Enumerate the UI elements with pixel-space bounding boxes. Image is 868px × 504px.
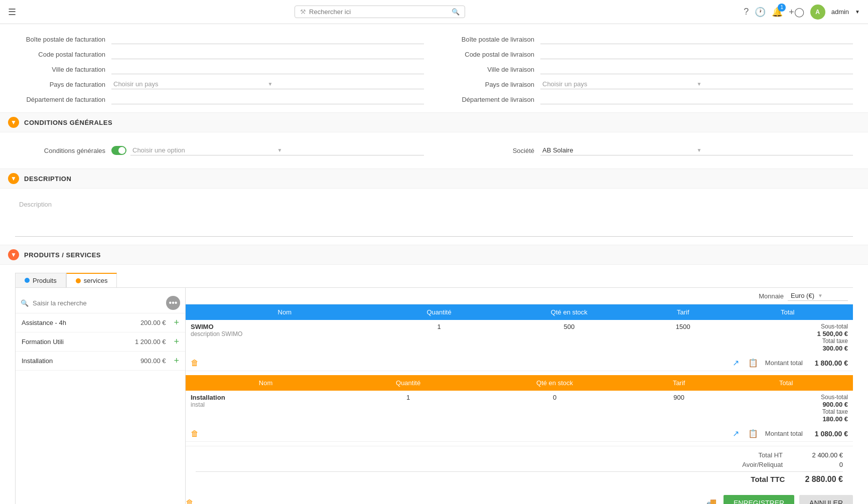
delivery-departement-input[interactable] xyxy=(540,94,853,104)
list-item: Formation Utili 1 200.00 € + xyxy=(16,332,185,352)
tab-services[interactable]: services xyxy=(66,273,117,287)
delivery-boite-postale-input[interactable] xyxy=(540,34,853,44)
tab-produits[interactable]: Produits xyxy=(15,273,66,287)
societe-group: Société AB Solaire ▼ xyxy=(444,145,853,155)
blue-arrow-icon[interactable]: ↗ xyxy=(733,358,739,368)
blue-product-table: Nom Quantité Qté en stock Tarif Total SW… xyxy=(186,304,853,355)
billing-pays-select[interactable]: Choisir un pays ▼ xyxy=(111,79,424,89)
billing-boite-postale: Boîte postale de facturation xyxy=(15,34,424,44)
orange-total-taxe-label: Total taxe xyxy=(724,408,848,415)
item-price-1: 200.00 € xyxy=(140,319,166,326)
billing-code-postal-input[interactable] xyxy=(111,49,424,59)
produits-section-header[interactable]: ▼ PRODUITS / SERVICES xyxy=(0,245,868,265)
currency-select[interactable]: Euro (€) ▼ xyxy=(788,291,848,301)
billing-ville: Ville de facturation xyxy=(15,64,424,74)
topbar: ☰ ⚒ 🔍 ? 🕐 🔔 1 +◯ A admin ▼ xyxy=(0,0,868,24)
billing-boite-postale-input[interactable] xyxy=(111,34,424,44)
produits-title: PRODUITS / SERVICES xyxy=(24,251,101,259)
content-layout: 🔍 ••• Assistance - 4h 200.00 € + Formati… xyxy=(15,288,853,504)
billing-delivery-row1: Boîte postale de facturation Boîte posta… xyxy=(15,34,853,44)
orange-copy-icon[interactable]: 📋 xyxy=(748,429,758,438)
billing-delivery-row3: Ville de facturation Ville de livraison xyxy=(15,64,853,74)
blue-qte-stock: 500 xyxy=(495,320,644,355)
billing-code-postal-label: Code postal facturation xyxy=(15,51,105,58)
hamburger-icon[interactable]: ☰ xyxy=(8,7,16,18)
blue-trash-icon[interactable]: 🗑 xyxy=(191,359,199,368)
bottom-trash-icon[interactable]: 🗑 xyxy=(186,498,194,504)
orange-col-qte-stock: Qté en stock xyxy=(471,375,639,391)
orange-product-name: Installation xyxy=(191,394,341,401)
search-input[interactable] xyxy=(309,8,452,16)
orange-product-description: Installation instal xyxy=(186,391,346,426)
billing-delivery-row4: Pays de facturation Choisir un pays ▼ Pa… xyxy=(15,79,853,89)
blue-product-name: SWIMO xyxy=(191,323,379,330)
billing-departement: Département de facturation xyxy=(15,94,424,104)
delivery-code-postal: Code postal de livraison xyxy=(444,49,853,59)
delivery-code-postal-input[interactable] xyxy=(540,49,853,59)
blue-quantite: 1 xyxy=(384,320,495,355)
bottom-truck-icon[interactable]: 🚚 xyxy=(705,497,716,504)
grand-totals: Total HT 2 400.00 € Avoir/Reliquat 0 Tot… xyxy=(186,446,853,489)
notifications-icon[interactable]: 🔔 1 xyxy=(772,7,783,18)
list-item: Installation 900.00 € + xyxy=(16,352,185,371)
conditions-value: Choisir une option xyxy=(132,146,277,154)
blue-copy-icon[interactable]: 📋 xyxy=(748,358,758,368)
history-icon[interactable]: 🕐 xyxy=(755,7,766,18)
delivery-pays-select[interactable]: Choisir un pays ▼ xyxy=(540,79,853,89)
sidebar-search-input[interactable] xyxy=(33,299,162,307)
billing-ville-label: Ville de facturation xyxy=(15,66,105,73)
blue-montant-label: Montant total xyxy=(765,359,803,367)
orange-arrow-icon[interactable]: ↗ xyxy=(733,429,739,438)
billing-departement-input[interactable] xyxy=(111,94,424,104)
conditions-toggle[interactable] xyxy=(111,146,126,155)
conditions-icon: ▼ xyxy=(8,117,19,128)
billing-ville-input[interactable] xyxy=(111,64,424,74)
blue-sous-total-label: Sous-total xyxy=(727,323,848,330)
conditions-section-header[interactable]: ▼ CONDITIONS GÉNÉRALES xyxy=(0,112,868,132)
item-add-button-2[interactable]: + xyxy=(174,337,179,347)
filter-icon: ⚒ xyxy=(300,8,306,16)
orange-trash-icon[interactable]: 🗑 xyxy=(191,429,199,438)
item-name-2: Formation Utili xyxy=(22,338,131,346)
billing-pays-caret: ▼ xyxy=(268,81,422,87)
avoir-value: 0 xyxy=(803,461,843,468)
billing-delivery-row2: Code postal facturation Code postal de l… xyxy=(15,49,853,59)
blue-sous-total-value: 1 500,00 € xyxy=(727,330,848,338)
total-ht-value: 2 400.00 € xyxy=(803,451,843,459)
enregistrer-button[interactable]: ENREGISTRER xyxy=(724,495,794,504)
total-ttc-line: Total TTC 2 880.00 € xyxy=(196,471,843,484)
col-tarif: Tarif xyxy=(644,304,722,320)
total-ttc-label: Total TTC xyxy=(751,475,785,484)
description-section-header[interactable]: ▼ DESCRIPTION xyxy=(0,169,868,189)
produits-services-section: Produits services 🔍 ••• Assistance - 4h … xyxy=(15,273,853,504)
blue-total-col: Sous-total 1 500,00 € Total taxe 300.00 … xyxy=(722,320,853,355)
orange-sous-total-value: 900.00 € xyxy=(724,401,848,408)
list-item: Assistance - 4h 200.00 € + xyxy=(16,313,185,332)
item-price-3: 900.00 € xyxy=(140,357,166,365)
conditions-select[interactable]: Choisir une option ▼ xyxy=(130,145,424,155)
annuler-button[interactable]: ANNULER xyxy=(799,495,853,504)
sidebar-more-button[interactable]: ••• xyxy=(166,296,180,310)
blue-product-table-wrap: Nom Quantité Qté en stock Tarif Total SW… xyxy=(186,304,853,371)
item-add-button-3[interactable]: + xyxy=(174,356,179,366)
orange-sous-total-label: Sous-total xyxy=(724,394,848,401)
help-icon[interactable]: ? xyxy=(744,7,749,17)
add-icon[interactable]: +◯ xyxy=(789,7,804,18)
blue-table-header: Nom Quantité Qté en stock Tarif Total xyxy=(186,304,853,320)
table-row: SWIMO description SWIMO 1 500 1500 Sous-… xyxy=(186,320,853,355)
delivery-ville-input[interactable] xyxy=(540,64,853,74)
item-add-button-1[interactable]: + xyxy=(174,317,179,328)
description-title: DESCRIPTION xyxy=(24,175,71,183)
blue-total-taxe-value: 300.00 € xyxy=(727,345,848,352)
topbar-center: ⚒ 🔍 xyxy=(16,6,744,18)
user-label: admin xyxy=(831,8,849,16)
societe-select[interactable]: AB Solaire ▼ xyxy=(540,145,853,155)
item-price-2: 1 200.00 € xyxy=(135,338,166,346)
produits-icon: ▼ xyxy=(8,249,19,260)
delivery-pays-caret: ▼ xyxy=(697,81,851,87)
user-dropdown-icon[interactable]: ▼ xyxy=(855,9,860,15)
description-textarea[interactable]: Description xyxy=(15,197,853,237)
delivery-pays-label: Pays de livraison xyxy=(444,81,534,88)
delivery-boite-postale: Boîte postale de livraison xyxy=(444,34,853,44)
search-icon[interactable]: 🔍 xyxy=(452,8,460,16)
